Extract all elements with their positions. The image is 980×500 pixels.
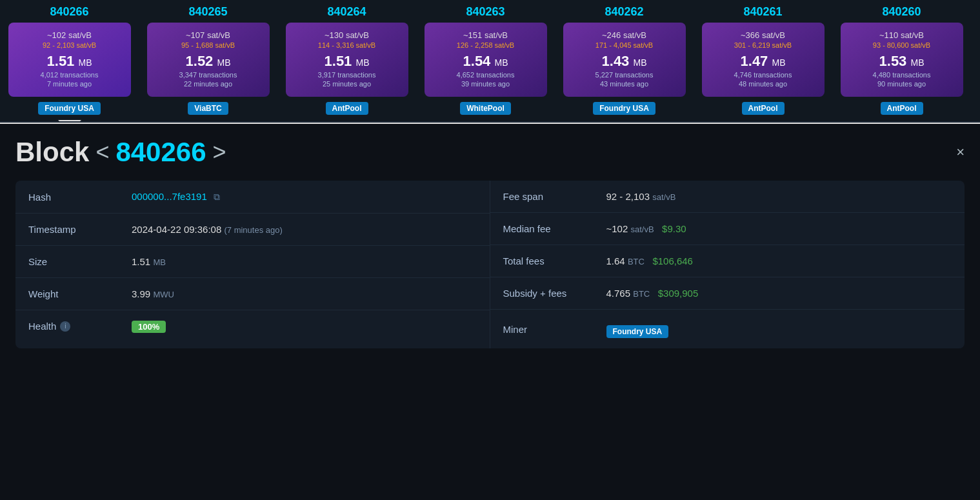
- block-txs: 5,227 transactions: [572, 71, 677, 79]
- block-sat-main: ~366 sat/vB: [711, 30, 815, 40]
- block-card-number: 840264: [327, 5, 366, 19]
- size-row: Size 1.51 MB: [15, 246, 490, 278]
- block-size: 1.47 MB: [711, 53, 815, 70]
- block-card-body: ~366 sat/vB 301 - 6,219 sat/vB 1.47 MB 4…: [702, 23, 825, 97]
- close-button[interactable]: ×: [956, 144, 965, 161]
- weight-number: 3.99: [132, 288, 150, 299]
- block-number-heading: 840266: [115, 137, 206, 168]
- block-card-840261[interactable]: 840261 ~366 sat/vB 301 - 6,219 sat/vB 1.…: [694, 0, 832, 121]
- block-card-840262[interactable]: 840262 ~246 sat/vB 171 - 4,045 sat/vB 1.…: [555, 0, 694, 121]
- fee-span-unit: sat/vB: [652, 192, 675, 202]
- timestamp-datetime: 2024-04-22 09:36:08: [132, 224, 221, 235]
- median-fee-row: Median fee ~102 sat/vB $9.30: [490, 213, 965, 245]
- block-card-number: 840263: [466, 5, 505, 19]
- block-card-840266[interactable]: 840266 ~102 sat/vB 92 - 2,103 sat/vB 1.5…: [0, 0, 139, 121]
- block-card-840264[interactable]: 840264 ~130 sat/vB 114 - 3,316 sat/vB 1.…: [277, 0, 416, 121]
- block-card-body: ~107 sat/vB 95 - 1,688 sat/vB 1.52 MB 3,…: [147, 23, 270, 97]
- copy-icon[interactable]: ⧉: [214, 192, 220, 202]
- size-value: 1.51 MB: [132, 256, 166, 267]
- median-fee-sat: ~102: [606, 223, 628, 234]
- block-time: 39 minutes ago: [434, 80, 538, 88]
- block-sat-range: 114 - 3,316 sat/vB: [295, 41, 399, 49]
- block-label: Block: [15, 137, 89, 168]
- block-size: 1.43 MB: [572, 53, 677, 70]
- block-time: 7 minutes ago: [17, 80, 122, 88]
- block-sat-main: ~130 sat/vB: [295, 30, 399, 40]
- fee-span-numbers: 92 - 2,103: [606, 191, 650, 202]
- block-card-number: 840261: [743, 5, 782, 19]
- total-fees-btc-unit: BTC: [628, 257, 645, 266]
- nav-next[interactable]: >: [213, 139, 226, 166]
- timestamp-ago: (7 minutes ago): [224, 225, 282, 235]
- subsidy-btc: 4.765: [606, 288, 631, 299]
- health-info-icon[interactable]: i: [60, 321, 70, 332]
- subsidy-row: Subsidy + fees 4.765 BTC $309,905: [490, 277, 965, 310]
- block-size: 1.52 MB: [156, 53, 261, 70]
- block-card-body: ~102 sat/vB 92 - 2,103 sat/vB 1.51 MB 4,…: [8, 23, 131, 97]
- block-card-number: 840262: [605, 5, 643, 19]
- block-card-840263[interactable]: 840263 ~151 sat/vB 126 - 2,258 sat/vB 1.…: [416, 0, 555, 121]
- hash-row: Hash 000000...7fe3191 ⧉: [15, 181, 490, 214]
- subsidy-btc-unit: BTC: [633, 289, 650, 299]
- right-column: Fee span 92 - 2,103 sat/vB Median fee ~1…: [490, 181, 965, 348]
- block-miner[interactable]: Foundry USA: [593, 102, 655, 115]
- weight-value: 3.99 MWU: [132, 288, 174, 299]
- miner-row: Miner Foundry USA: [490, 310, 965, 348]
- block-card-840265[interactable]: 840265 ~107 sat/vB 95 - 1,688 sat/vB 1.5…: [139, 0, 277, 121]
- block-txs: 4,480 transactions: [850, 71, 954, 79]
- info-grid: Hash 000000...7fe3191 ⧉ Timestamp 2024-0…: [15, 181, 965, 348]
- left-column: Hash 000000...7fe3191 ⧉ Timestamp 2024-0…: [15, 181, 490, 348]
- median-fee-value: ~102 sat/vB $9.30: [606, 223, 686, 234]
- total-fees-usd: $106,646: [652, 255, 693, 266]
- total-fees-btc: 1.64: [606, 255, 625, 266]
- block-miner[interactable]: Foundry USA: [38, 102, 101, 115]
- subsidy-value: 4.765 BTC $309,905: [606, 288, 699, 299]
- health-row: Health i 100%: [15, 310, 490, 342]
- block-card-body: ~246 sat/vB 171 - 4,045 sat/vB 1.43 MB 5…: [563, 23, 686, 97]
- block-card-body: ~110 sat/vB 93 - 80,600 sat/vB 1.53 MB 4…: [841, 23, 963, 97]
- info-panel: Hash 000000...7fe3191 ⧉ Timestamp 2024-0…: [15, 181, 965, 348]
- timestamp-row: Timestamp 2024-04-22 09:36:08 (7 minutes…: [15, 214, 490, 246]
- median-fee-sat-unit: sat/vB: [630, 225, 654, 234]
- size-unit: MB: [153, 257, 166, 267]
- blocks-carousel[interactable]: 840266 ~102 sat/vB 92 - 2,103 sat/vB 1.5…: [0, 0, 980, 123]
- block-size: 1.51 MB: [17, 53, 122, 70]
- block-size: 1.51 MB: [295, 53, 399, 70]
- block-title-bar: Block < 840266 > ×: [15, 137, 965, 168]
- fee-span-label: Fee span: [503, 191, 606, 202]
- block-sat-range: 95 - 1,688 sat/vB: [156, 41, 261, 49]
- block-time: 90 minutes ago: [850, 80, 954, 88]
- weight-unit: MWU: [153, 290, 174, 299]
- health-value: 100%: [132, 321, 166, 332]
- block-size: 1.53 MB: [850, 53, 954, 70]
- miner-badge[interactable]: Foundry USA: [606, 325, 669, 338]
- miner-value: Foundry USA: [606, 320, 669, 338]
- total-fees-row: Total fees 1.64 BTC $106,646: [490, 245, 965, 277]
- block-miner[interactable]: WhitePool: [460, 102, 511, 115]
- hash-value: 000000...7fe3191 ⧉: [132, 191, 220, 203]
- block-sat-range: 171 - 4,045 sat/vB: [572, 41, 677, 49]
- block-txs: 4,746 transactions: [711, 71, 815, 79]
- nav-prev[interactable]: <: [95, 139, 109, 166]
- block-miner[interactable]: ViaBTC: [188, 102, 228, 115]
- health-label: Health i: [28, 321, 132, 332]
- block-miner[interactable]: AntPool: [881, 102, 923, 115]
- block-time: 43 minutes ago: [572, 80, 677, 88]
- block-miner[interactable]: AntPool: [326, 102, 368, 115]
- block-detail: Block < 840266 > × Hash 000000...7fe3191…: [0, 124, 980, 355]
- size-number: 1.51: [132, 256, 150, 267]
- block-card-840260[interactable]: 840260 ~110 sat/vB 93 - 80,600 sat/vB 1.…: [832, 0, 971, 121]
- block-txs: 4,012 transactions: [17, 71, 122, 79]
- hash-link[interactable]: 000000...7fe3191: [132, 191, 207, 202]
- fee-span-value: 92 - 2,103 sat/vB: [606, 191, 676, 202]
- block-time: 48 minutes ago: [711, 80, 815, 88]
- subsidy-usd: $309,905: [658, 288, 699, 299]
- block-sat-main: ~151 sat/vB: [434, 30, 538, 40]
- block-time: 25 minutes ago: [295, 80, 399, 88]
- block-size: 1.54 MB: [434, 53, 538, 70]
- block-sat-main: ~107 sat/vB: [156, 30, 261, 40]
- block-miner[interactable]: AntPool: [742, 102, 785, 115]
- block-txs: 4,652 transactions: [434, 71, 538, 79]
- miner-label: Miner: [503, 324, 606, 335]
- total-fees-label: Total fees: [503, 255, 606, 266]
